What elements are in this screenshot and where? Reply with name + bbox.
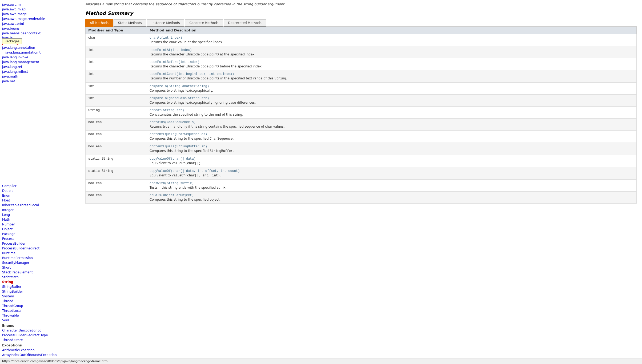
class-item-stringbuilder[interactable]: StringBuilder [0,289,80,294]
method-type: boolean [86,143,147,155]
method-desc: Compares two strings lexicographically. [150,89,634,92]
method-type: int [86,83,147,95]
method-link[interactable]: endsWith(String suffix) [150,181,634,185]
package-item-java-lang-annotation[interactable]: java.lang.annotation [0,45,80,50]
enum-item-redirect-type[interactable]: ProcessBuilder.Redirect.Type [0,333,80,338]
package-item-java-beans-beancontext[interactable]: java.beans.beancontext [0,31,80,36]
method-link[interactable]: copyValueOf(char[] data) [150,157,634,161]
method-table: Modifier and Type Method and Description… [85,26,637,204]
method-type: char [86,34,147,46]
class-item-runtimepermission[interactable]: RuntimePermission [0,256,80,260]
enum-item-thread-state[interactable]: Thread.State [0,338,80,342]
method-type: static String [86,155,147,167]
method-type: int [86,46,147,58]
class-item-double[interactable]: Double [0,188,80,193]
method-link[interactable]: contentEquals(CharSequence cs) [150,132,634,136]
method-link[interactable]: concat(String str) [150,108,634,112]
method-cell: copyValueOf(char[] data, int offset, int… [147,167,637,180]
method-type: boolean [86,192,147,204]
method-link[interactable]: contains(CharSequence s) [150,120,634,124]
method-link[interactable]: contentEquals(StringBuffer sb) [150,145,634,148]
class-item-short[interactable]: Short [0,265,80,270]
enum-item-unicode[interactable]: Character.UnicodeScript [0,328,80,333]
package-item-java-awt-im-spi[interactable]: java.awt.im.spi [0,7,80,12]
tab-all-methods[interactable]: All Methods [85,19,113,27]
class-item-stringbuffer[interactable]: StringBuffer [0,284,80,289]
method-type: static String [86,167,147,180]
tab-deprecated-methods[interactable]: Deprecated Methods [224,19,266,27]
method-link[interactable]: codePointAt(int index) [150,48,634,52]
method-link[interactable]: codePointCount(int beginIndex, int endIn… [150,72,634,76]
class-item-stacktraceelement[interactable]: StackTraceElement [0,270,80,275]
class-item-package[interactable]: Package [0,232,80,236]
package-item-java-math[interactable]: java.math [0,74,80,79]
class-item-object[interactable]: Object [0,227,80,232]
intro-text: Allocates a new string that contains the… [85,0,637,10]
exception-item-arrayindex[interactable]: ArrayIndexOutOfBoundsException [0,353,80,357]
class-item-runtime[interactable]: Runtime [0,251,80,256]
tab-concrete-methods[interactable]: Concrete Methods [185,19,223,27]
package-item-java-beans[interactable]: java.beans [0,26,80,31]
class-item-long[interactable]: Long [0,212,80,217]
method-link[interactable]: compareTo(String anotherString) [150,84,634,88]
table-row: int codePointBefore(int index) Returns t… [86,58,637,70]
header-method-description: Method and Description [147,27,637,34]
method-link[interactable]: copyValueOf(char[] data, int offset, int… [150,169,634,173]
class-item-enum[interactable]: Enum [0,193,80,198]
table-row: static String copyValueOf(char[] data) E… [86,155,637,167]
table-row: int compareToIgnoreCase(String str) Comp… [86,95,637,107]
package-item-java-awt-im[interactable]: java.awt.im [0,2,80,7]
method-type: boolean [86,180,147,192]
class-item-thread[interactable]: Thread [0,299,80,304]
class-item-process[interactable]: Process [0,236,80,241]
class-item-void[interactable]: Void [0,318,80,323]
package-item-java-net[interactable]: java.net [0,79,80,84]
package-item-java-lang-annotation-t[interactable]: java.lang.annotation.t [0,50,80,55]
class-item-compiler[interactable]: Compiler [0,184,80,188]
method-desc: Returns the char value at the specified … [150,40,634,44]
class-item-throwable[interactable]: Throwable [0,313,80,318]
method-type: boolean [86,119,147,131]
package-item-java-lang[interactable]: java.lang [0,41,80,45]
exceptions-label: Exceptions [0,342,80,348]
class-item-strictmath[interactable]: StrictMath [0,275,80,280]
method-link[interactable]: charAt(int index) [150,36,634,40]
method-link[interactable]: compareToIgnoreCase(String str) [150,96,634,100]
package-item-java-lang-ref[interactable]: java.lang.ref [0,64,80,69]
class-item-inheritablethreadlocal[interactable]: InheritableThreadLocal [0,203,80,208]
class-item-string[interactable]: String [0,280,80,284]
table-row: boolean endsWith(String suffix) Tests if… [86,180,637,192]
class-item-number[interactable]: Number [0,222,80,227]
method-cell: codePointCount(int beginIndex, int endIn… [147,70,637,83]
package-item-java-awt-image-renderable[interactable]: java.awt.image.renderable [0,17,80,21]
class-item-securitymanager[interactable]: SecurityManager [0,260,80,265]
package-item-java-lang-reflect[interactable]: java.lang.reflect [0,69,80,74]
class-item-system[interactable]: System [0,294,80,299]
package-item-java-awt-print[interactable]: java.awt.print [0,21,80,26]
class-item-threadlocal[interactable]: ThreadLocal [0,308,80,313]
class-item-math[interactable]: Math [0,217,80,222]
method-desc: Returns the number of Unicode code point… [150,76,634,80]
class-item-integer[interactable]: Integer [0,208,80,212]
class-item-threadgroup[interactable]: ThreadGroup [0,304,80,308]
method-desc: Compares two strings lexicographically, … [150,101,634,104]
header-modifier-type: Modifier and Type [86,27,147,34]
package-item-java-lang-management[interactable]: java.lang.management [0,60,80,64]
class-item-float[interactable]: Float [0,198,80,203]
tab-static-methods[interactable]: Static Methods [114,19,146,27]
method-type: int [86,58,147,70]
package-item-java-awt-image[interactable]: java.awt.image [0,12,80,17]
table-row: boolean contains(CharSequence s) Returns… [86,119,637,131]
method-desc: Returns true if and only if this string … [150,125,634,128]
class-item-processbuilder[interactable]: ProcessBuilder [0,241,80,246]
package-item-java-lang-invoke[interactable]: java.lang.invoke [0,55,80,60]
method-link[interactable]: codePointBefore(int index) [150,60,634,64]
class-item-processbuilder-redirect[interactable]: ProcessBuilder.Redirect [0,246,80,251]
method-desc: Concatenates the specified string to the… [150,113,634,116]
exception-item-arithmetic[interactable]: ArithmeticException [0,348,80,353]
tab-instance-methods[interactable]: Instance Methods [147,19,184,27]
method-link[interactable]: equals(Object anObject) [150,193,634,197]
method-type: int [86,70,147,83]
method-desc: Equivalent to valueOf(char[]). [150,161,634,165]
package-item-java-io[interactable]: java.io [0,36,80,41]
